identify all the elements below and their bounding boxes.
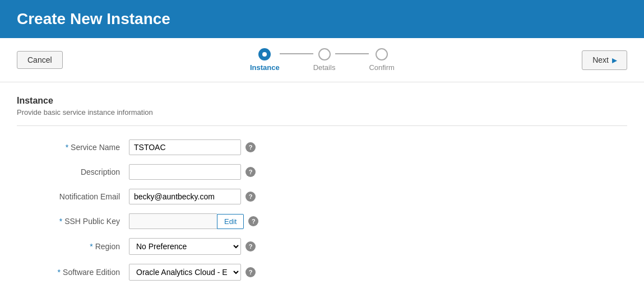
form-row-software-edition: *Software Edition Oracle Analytics Cloud… — [17, 264, 627, 281]
ssh-key-label: *SSH Public Key — [17, 217, 129, 226]
next-button[interactable]: Next ▸ — [582, 50, 627, 70]
required-marker-ssh: * — [59, 217, 62, 226]
step-instance-circle — [258, 48, 271, 60]
notification-email-input[interactable] — [129, 189, 241, 204]
region-select[interactable]: No Preference — [129, 238, 241, 255]
edit-button[interactable]: Edit — [217, 214, 244, 229]
software-edition-label: *Software Edition — [17, 268, 129, 277]
description-label: Description — [17, 167, 129, 176]
content-area: Instance Provide basic service instance … — [0, 82, 644, 303]
section-divider — [17, 125, 627, 126]
service-name-help-icon[interactable]: ? — [245, 142, 256, 152]
region-help-icon[interactable]: ? — [245, 241, 256, 251]
ssh-field-group: Edit — [129, 213, 244, 229]
stepper: Instance Details Confirm — [250, 48, 395, 72]
ssh-key-help-icon[interactable]: ? — [248, 216, 258, 226]
notification-email-label: Notification Email — [17, 192, 129, 201]
region-label: *Region — [17, 242, 129, 251]
form-row-ssh-key: *SSH Public Key Edit ? — [17, 213, 627, 229]
page-title: Create New Instance — [17, 10, 627, 28]
step-details-label: Details — [313, 63, 336, 72]
section-title: Instance — [17, 96, 627, 106]
description-input[interactable] — [129, 164, 241, 180]
step-confirm-circle — [376, 48, 388, 60]
notification-email-help-icon[interactable]: ? — [245, 192, 256, 202]
service-name-label: *Service Name — [17, 143, 129, 152]
required-marker-region: * — [90, 242, 92, 251]
step-line-1 — [280, 53, 313, 54]
ssh-key-input[interactable] — [129, 213, 217, 229]
instance-form: *Service Name ? Description ? Notificati… — [17, 139, 627, 281]
form-row-description: Description ? — [17, 164, 627, 180]
form-row-notification-email: Notification Email ? — [17, 189, 627, 204]
toolbar: Cancel Instance Details Confirm Next ▸ — [0, 38, 644, 82]
next-arrow-icon: ▸ — [612, 55, 617, 66]
step-line-2 — [335, 53, 369, 54]
software-edition-help-icon[interactable]: ? — [245, 267, 256, 277]
service-name-input[interactable] — [129, 139, 241, 155]
description-help-icon[interactable]: ? — [245, 167, 256, 177]
step-details-circle — [318, 48, 331, 60]
step-instance: Instance — [250, 48, 280, 72]
section-subtitle: Provide basic service instance informati… — [17, 108, 627, 116]
step-details: Details — [313, 48, 336, 72]
required-marker-sw: * — [58, 268, 61, 277]
form-row-service-name: *Service Name ? — [17, 139, 627, 155]
form-row-region: *Region No Preference ? — [17, 238, 627, 255]
step-instance-label: Instance — [250, 63, 280, 72]
software-edition-select[interactable]: Oracle Analytics Cloud - Enterp — [129, 264, 241, 281]
step-confirm: Confirm — [369, 48, 395, 72]
page-header: Create New Instance — [0, 0, 644, 38]
required-marker: * — [66, 143, 68, 152]
step-confirm-label: Confirm — [369, 63, 395, 72]
cancel-button[interactable]: Cancel — [17, 51, 63, 69]
